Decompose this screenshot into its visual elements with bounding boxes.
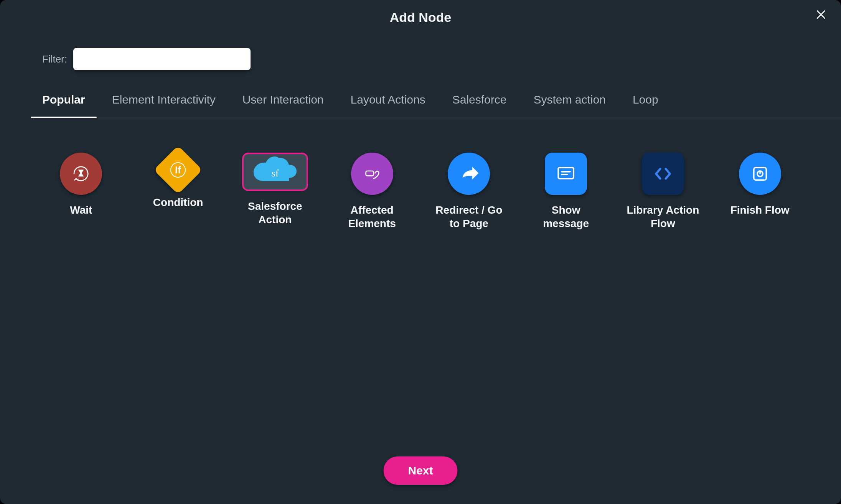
stop-square-icon — [739, 153, 781, 195]
svg-text:sf: sf — [271, 168, 279, 179]
node-label: Affected Elements — [334, 203, 411, 230]
hand-tap-icon — [351, 153, 393, 195]
node-icon-wrap — [448, 153, 490, 195]
node-finish-flow[interactable]: Finish Flow — [717, 153, 803, 230]
node-label: Condition — [153, 196, 203, 209]
node-icon-wrap — [642, 153, 684, 195]
node-icon-wrap — [545, 153, 587, 195]
tab-salesforce[interactable]: Salesforce — [452, 93, 507, 112]
modal-title: Add Node — [0, 10, 841, 25]
node-icon-wrap: sf — [242, 153, 308, 191]
node-icon-wrap — [351, 153, 393, 195]
tab-loop[interactable]: Loop — [633, 93, 658, 112]
tab-label: Loop — [633, 93, 658, 106]
node-grid: WaitIfConditionsfSalesforce ActionAffect… — [38, 153, 803, 230]
node-label: Library Action Flow — [625, 203, 701, 230]
node-icon-wrap — [739, 153, 781, 195]
tabs: PopularElement InteractivityUser Interac… — [42, 93, 841, 118]
code-brackets-icon — [642, 153, 684, 195]
node-icon-wrap — [60, 153, 102, 195]
hourglass-arrow-icon — [60, 153, 102, 195]
node-show-message[interactable]: Show message — [523, 153, 609, 230]
node-salesforce-action[interactable]: sfSalesforce Action — [233, 153, 318, 230]
filter-input[interactable] — [73, 48, 251, 70]
salesforce-cloud-icon: sf — [252, 156, 298, 187]
tab-element-interactivity[interactable]: Element Interactivity — [112, 93, 216, 112]
node-redirect[interactable]: Redirect / Go to Page — [426, 153, 512, 230]
tab-label: System action — [533, 93, 605, 106]
node-label: Finish Flow — [731, 203, 790, 217]
close-button[interactable] — [813, 7, 830, 24]
filter-label: Filter: — [42, 53, 67, 65]
tab-label: Salesforce — [452, 93, 507, 106]
node-label: Show message — [528, 203, 604, 230]
tab-label: Element Interactivity — [112, 93, 216, 106]
tab-label: Layout Actions — [351, 93, 425, 106]
filter-row: Filter: — [42, 48, 841, 70]
node-wait[interactable]: Wait — [38, 153, 124, 230]
tab-user-interaction[interactable]: User Interaction — [242, 93, 324, 112]
tab-popular[interactable]: Popular — [42, 93, 85, 112]
node-label: Redirect / Go to Page — [430, 203, 507, 230]
node-label: Wait — [70, 203, 92, 217]
node-icon-wrap: If — [161, 153, 195, 187]
tab-label: Popular — [42, 93, 85, 106]
node-condition[interactable]: IfCondition — [135, 153, 221, 230]
if-diamond-icon: If — [153, 145, 202, 194]
node-label: Salesforce Action — [237, 199, 313, 226]
message-lines-icon — [545, 153, 587, 195]
node-library-action-flow[interactable]: Library Action Flow — [620, 153, 706, 230]
tab-system-action[interactable]: System action — [533, 93, 605, 112]
next-button[interactable]: Next — [383, 456, 457, 485]
add-node-modal: Add Node Filter: PopularElement Interact… — [0, 0, 841, 504]
svg-rect-1 — [366, 171, 373, 176]
tab-layout-actions[interactable]: Layout Actions — [351, 93, 425, 112]
node-affected-elements[interactable]: Affected Elements — [329, 153, 415, 230]
tab-label: User Interaction — [242, 93, 324, 106]
svg-rect-2 — [558, 168, 574, 179]
share-arrow-icon — [448, 153, 490, 195]
close-icon — [815, 8, 829, 23]
